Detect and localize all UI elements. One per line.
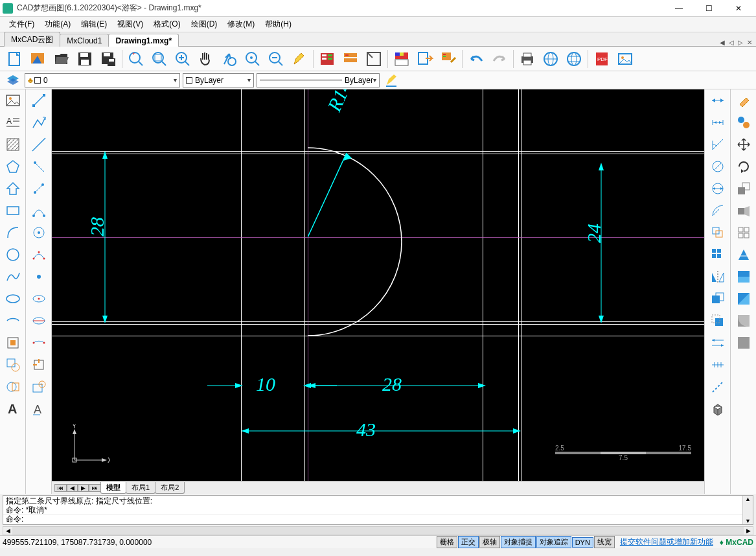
scale-tool[interactable]	[731, 178, 756, 200]
stretch-tool[interactable]	[731, 200, 756, 222]
tab-last[interactable]: ⏭	[89, 484, 101, 492]
import-button[interactable]	[27, 49, 49, 69]
save-as-button[interactable]	[97, 49, 119, 69]
layout-tab[interactable]: 布局1	[126, 482, 155, 494]
layout-tab[interactable]: 布局2	[155, 482, 185, 494]
command-scrollbar[interactable]: ▲▼	[742, 496, 753, 524]
chamfer-tool[interactable]	[731, 332, 756, 354]
cube-tool[interactable]	[705, 398, 730, 420]
zoom-center-button[interactable]	[242, 49, 264, 69]
redo-button[interactable]	[488, 49, 510, 69]
dim-circle-tool[interactable]	[705, 156, 730, 178]
dim-arrow2-tool[interactable]	[705, 332, 730, 354]
toggle-ortho[interactable]: 正交	[458, 536, 479, 548]
open-button[interactable]	[51, 49, 73, 69]
toggle-dyn[interactable]: DYN	[572, 537, 593, 548]
eraser-tool[interactable]	[731, 89, 756, 111]
layer-iso-button[interactable]	[339, 49, 361, 69]
image-tool[interactable]	[0, 89, 25, 111]
rotate-tool[interactable]	[731, 156, 756, 178]
file-tab[interactable]: MxCAD云图	[4, 32, 60, 47]
grid-tool[interactable]	[731, 222, 756, 244]
maximize-button[interactable]: ☐	[694, 0, 724, 17]
dim-seg-tool[interactable]	[705, 354, 730, 376]
print-button[interactable]	[516, 49, 538, 69]
ins-tool[interactable]	[26, 354, 51, 376]
menu-help[interactable]: 帮助(H)	[260, 17, 297, 31]
toggle-grid[interactable]: 栅格	[437, 536, 457, 548]
menu-view[interactable]: 视图(V)	[112, 17, 148, 31]
rectangle-tool[interactable]	[0, 200, 25, 222]
polygon-tool[interactable]	[0, 156, 25, 178]
circle-tool[interactable]	[0, 244, 25, 266]
file-tab[interactable]: MxCloud1	[60, 34, 109, 47]
properties-button[interactable]	[363, 49, 385, 69]
arc5-tool[interactable]	[26, 200, 51, 222]
pan-button[interactable]	[195, 49, 217, 69]
command-line[interactable]: 命令:	[3, 514, 753, 524]
dim-angular-tool[interactable]	[705, 133, 730, 156]
zoom-scale-button[interactable]	[218, 49, 240, 69]
array-tool[interactable]	[705, 244, 730, 266]
image-button[interactable]	[614, 49, 636, 69]
copy2-tool[interactable]	[731, 111, 756, 133]
ins2-tool[interactable]: +	[26, 376, 51, 398]
pt2-tool[interactable]	[26, 178, 51, 200]
menu-function[interactable]: 功能(A)	[40, 17, 76, 31]
tab-next[interactable]: ▶	[78, 484, 89, 492]
toggle-otrack[interactable]: 对象追踪	[536, 536, 571, 548]
zoom-window-button[interactable]	[148, 49, 170, 69]
extend-tool[interactable]	[731, 266, 756, 288]
hatch-tool[interactable]	[0, 133, 25, 156]
menu-draw[interactable]: 绘图(D)	[186, 17, 223, 31]
text-align-tool[interactable]: A	[0, 111, 25, 133]
region-tool[interactable]	[0, 354, 25, 376]
trim-tool[interactable]	[731, 244, 756, 266]
layer-manager-button[interactable]	[4, 73, 22, 88]
paint-button[interactable]	[437, 49, 459, 69]
menu-file[interactable]: 文件(F)	[4, 17, 40, 31]
arc3p-tool[interactable]	[26, 244, 51, 266]
match-prop-button[interactable]	[414, 49, 436, 69]
command-input[interactable]	[26, 515, 750, 524]
arc-tool[interactable]	[0, 222, 25, 244]
ell4-tool[interactable]	[26, 310, 51, 332]
zoom-out-button[interactable]	[265, 49, 287, 69]
ccirc-tool[interactable]	[26, 222, 51, 244]
home-tool[interactable]	[0, 178, 25, 200]
tab-first[interactable]: ⏮	[54, 484, 67, 492]
zoom-extents-button[interactable]: +	[125, 49, 147, 69]
toggle-lw[interactable]: 线宽	[594, 536, 615, 548]
web-button[interactable]	[540, 49, 562, 69]
mirror-tool[interactable]	[705, 266, 730, 288]
dim-line-tool[interactable]	[705, 376, 730, 398]
dim-linear-tool[interactable]	[705, 89, 730, 111]
close-button[interactable]: ✕	[724, 0, 753, 17]
ell3-tool[interactable]	[26, 288, 51, 310]
line-tool[interactable]	[26, 89, 51, 111]
pline-tool[interactable]	[26, 111, 51, 133]
zoom-in-button[interactable]	[172, 49, 194, 69]
ellipse-arc-tool[interactable]	[0, 310, 25, 332]
minimize-button[interactable]: —	[664, 0, 694, 17]
lineweight-button[interactable]	[382, 73, 400, 88]
palette-button[interactable]	[391, 49, 413, 69]
highlight-button[interactable]	[288, 49, 310, 69]
tab-prev[interactable]: ◀	[67, 484, 78, 492]
undo-button[interactable]	[465, 49, 487, 69]
text-tool[interactable]: A	[0, 398, 25, 420]
ell5-tool[interactable]	[26, 332, 51, 354]
dim-aligned-tool[interactable]	[705, 111, 730, 133]
color-select[interactable]: ByLayer▾	[183, 73, 254, 87]
move2-tool[interactable]	[731, 133, 756, 156]
region2-tool[interactable]	[0, 376, 25, 398]
drawing-canvas[interactable]: R14 28 24 10 28 43 XY 2.517.5 7	[52, 89, 704, 481]
spline-tool[interactable]	[0, 266, 25, 288]
ellipse-tool[interactable]	[0, 288, 25, 310]
toggle-polar[interactable]: 极轴	[479, 536, 500, 548]
xline-tool[interactable]	[26, 133, 51, 156]
font-a-tool[interactable]: A	[26, 398, 51, 420]
feedback-link[interactable]: 提交软件问题或增加新功能	[620, 537, 713, 548]
tab-nav[interactable]: ◀◁▷✕	[718, 39, 753, 46]
grad-tool[interactable]	[731, 288, 756, 310]
